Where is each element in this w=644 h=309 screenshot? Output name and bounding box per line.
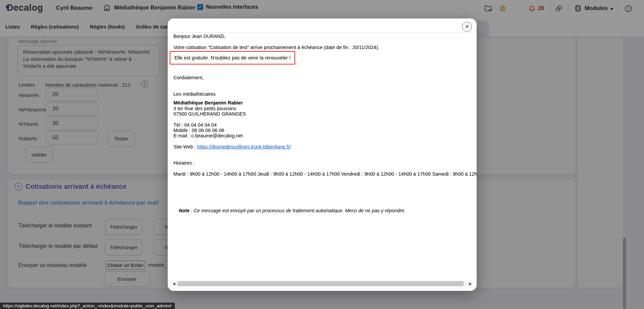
modal-header-divider — [173, 32, 471, 33]
horizontal-scrollbar-thumb[interactable] — [178, 281, 464, 286]
horizontal-scrollbar[interactable]: ◀ ▶ — [171, 281, 473, 286]
horizontal-scrollbar-track[interactable] — [176, 281, 468, 286]
browser-status-url: https://sigbdev.decalog.net/index.php?_a… — [0, 303, 175, 309]
email-hours-label: Horaires : — [173, 160, 195, 166]
scroll-right-arrow[interactable]: ▶ — [468, 281, 473, 286]
note-label: Note — [179, 208, 190, 213]
email-body-line: Votre cotisation "Cotisation de test" ar… — [173, 45, 379, 50]
email-mobile: Mobile : 06 06 06 06 06 — [173, 128, 224, 133]
note-text: : Ce message est envoyé par un processus… — [190, 208, 406, 213]
modal-bottom-divider — [173, 288, 471, 288]
email-website-row: Site Web : https://dromedescollines.trun… — [173, 144, 291, 149]
email-address-line: 3 ter Rue des petits poussins — [173, 106, 236, 111]
decalog-app: Decalog Cyril Beaume Médiathèque Benjami… — [0, 0, 644, 309]
email-preview-modal: ✕ Bonjour Jean DURAND, Votre cotisation … — [168, 18, 477, 291]
email-greeting: Bonjour Jean DURAND, — [173, 34, 226, 39]
email-hours: Mardi : 9h00 à 12h00 - 14h00 à 17h00 Jeu… — [173, 171, 477, 177]
website-label: Site Web : — [173, 144, 197, 149]
email-signature: Les médiathécaires — [173, 91, 216, 97]
website-link[interactable]: https://dromedescollines.trunk.bibenlign… — [197, 144, 291, 149]
email-address-line: 07500 GUILHERAND GRANGES — [173, 111, 246, 117]
email-highlighted-line: Elle est gratuite. N'oubliez pas de veni… — [170, 51, 295, 64]
email-address: E-mail : c.beaume@decalog.net — [173, 133, 243, 138]
email-org-name: Médiathèque Benjamin Rabier — [173, 100, 243, 105]
close-icon[interactable]: ✕ — [462, 22, 472, 32]
email-note: Note : Ce message est envoyé par un proc… — [179, 208, 406, 213]
scroll-left-arrow[interactable]: ◀ — [171, 281, 176, 286]
email-closing: Cordialement, — [173, 75, 204, 80]
email-phone: Tél : 04 04 04 04 04 — [173, 122, 217, 128]
